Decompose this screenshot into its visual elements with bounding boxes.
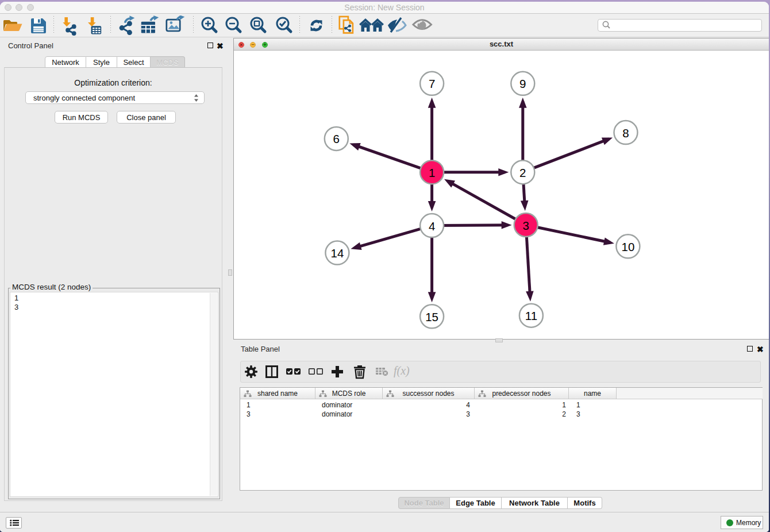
svg-text:4: 4 <box>429 219 435 233</box>
svg-text:7: 7 <box>429 77 435 90</box>
svg-text:11: 11 <box>525 309 537 322</box>
svg-text:f(x): f(x) <box>394 365 410 377</box>
svg-text:9: 9 <box>519 77 526 90</box>
svg-text:3: 3 <box>522 219 529 232</box>
svg-text:1: 1 <box>429 166 435 179</box>
svg-text:6: 6 <box>333 132 340 145</box>
svg-text:10: 10 <box>621 240 634 253</box>
svg-text:15: 15 <box>425 310 438 323</box>
svg-text:2: 2 <box>519 166 526 179</box>
svg-text:14: 14 <box>330 246 344 260</box>
svg-text:8: 8 <box>622 126 629 140</box>
